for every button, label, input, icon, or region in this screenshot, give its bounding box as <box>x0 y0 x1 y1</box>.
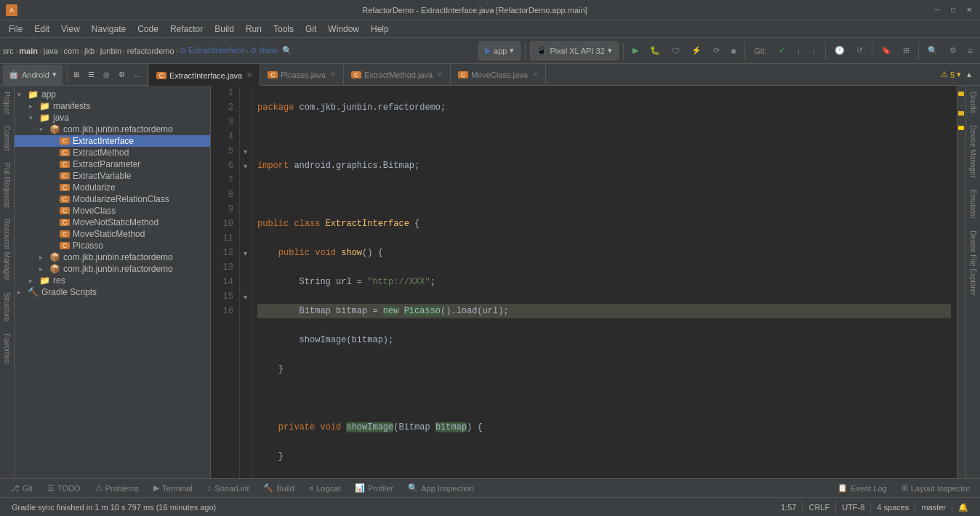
more-button[interactable]: ≡ <box>964 41 977 61</box>
tree-extract-parameter[interactable]: C ExtractParameter <box>15 158 210 170</box>
tree-gradle-scripts[interactable]: ▸ 🔨 Gradle Scripts <box>15 286 210 298</box>
search-everywhere-button[interactable]: 🔍 <box>923 41 942 61</box>
status-line-sep[interactable]: CRLF <box>803 498 835 517</box>
profile-button[interactable]: ⚡ <box>687 41 706 61</box>
panel-device-file-explorer[interactable]: Device File Explorer <box>968 225 979 301</box>
code-text-area[interactable]: package com.jkb.junbin.refactordemo; imp… <box>252 86 957 478</box>
minimize-button[interactable]: ─ <box>932 5 942 15</box>
tab-picasso[interactable]: C Picasso.java ✕ <box>260 64 344 86</box>
project-scroll-button[interactable]: ◎ <box>99 65 114 85</box>
history-button[interactable]: 🕐 <box>830 41 849 61</box>
device-dropdown[interactable]: 📱 Pixel XL API 32 ▾ <box>530 41 618 60</box>
warning-badge[interactable]: ⚠ 5 ▾ <box>941 70 961 79</box>
panel-emulator[interactable]: Emulator <box>968 184 979 225</box>
tree-move-not-static[interactable]: C MoveNotStaticMethod <box>15 217 210 228</box>
coverage-button[interactable]: 🛡 <box>667 41 684 61</box>
menu-view[interactable]: View <box>55 20 86 38</box>
panel-pull-requests[interactable]: Pull Requests <box>1 157 12 214</box>
status-indent[interactable]: 4 spaces <box>871 498 915 517</box>
gutter-5[interactable]: ▾ <box>240 144 251 158</box>
bottom-tab-profiler[interactable]: 📊 Profiler <box>348 479 401 498</box>
gutter-12[interactable]: ▾ <box>240 246 251 260</box>
menu-code[interactable]: Code <box>132 20 164 38</box>
menu-edit[interactable]: Edit <box>28 20 55 38</box>
status-git-branch[interactable]: master <box>915 498 952 517</box>
bottom-tab-build[interactable]: 🔨 Build <box>256 479 301 498</box>
breadcrumb-search-icon[interactable]: 🔍 <box>282 46 292 55</box>
project-sync-button[interactable]: ⊞ <box>69 65 84 85</box>
bottom-tab-git[interactable]: ⎇ Git <box>3 479 40 498</box>
panel-structure[interactable]: Structure <box>1 286 12 328</box>
menu-refactor[interactable]: Refactor <box>164 20 209 38</box>
tree-package-main[interactable]: ▾ 📦 com.jkb.junbin.refactordemo <box>15 124 210 135</box>
android-panel-header[interactable]: 🤖 Android ▾ <box>3 65 63 85</box>
menu-help[interactable]: Help <box>365 20 395 38</box>
menu-tools[interactable]: Tools <box>268 20 300 38</box>
status-notifications[interactable]: 🔔 <box>952 498 974 517</box>
status-position[interactable]: 1:57 <box>775 498 802 517</box>
tree-manifests[interactable]: ▸ 📁 manifests <box>15 100 210 112</box>
menu-window[interactable]: Window <box>322 20 365 38</box>
tab-close-extract-interface[interactable]: ✕ <box>246 71 252 79</box>
breadcrumb-com[interactable]: com <box>64 47 79 55</box>
tree-res[interactable]: ▸ 📁 res <box>15 275 210 286</box>
tree-java[interactable]: ▾ 📁 java <box>15 112 210 124</box>
terminal-button[interactable]: ⊞ <box>899 41 914 61</box>
breadcrumb-junbin[interactable]: junbin <box>100 47 121 55</box>
panel-resource-manager[interactable]: Resource Manager <box>1 213 12 286</box>
panel-favorites[interactable]: Favorites <box>1 328 12 369</box>
breadcrumb-file[interactable]: ⊙ ExtractInterface <box>180 46 244 55</box>
tab-extract-method[interactable]: C ExtractMethod.java ✕ <box>344 64 451 86</box>
run-button[interactable]: ▶ <box>628 41 643 61</box>
bottom-tab-app-inspection[interactable]: 🔍 App Inspection <box>401 479 481 498</box>
menu-file[interactable]: File <box>3 20 28 38</box>
tab-close-picasso[interactable]: ✕ <box>330 70 336 78</box>
project-settings-button[interactable]: ⚙ <box>114 65 129 85</box>
tree-package-3[interactable]: ▸ 📦 com.jkb.junbin.refactordemo <box>15 263 210 275</box>
breadcrumb-jkb[interactable]: jkb <box>84 47 95 55</box>
tab-close-extract-method[interactable]: ✕ <box>437 70 443 78</box>
debug-button[interactable]: 🐛 <box>646 41 664 61</box>
bottom-tab-sonarlint[interactable]: ○ SonarLint <box>200 479 257 498</box>
close-button[interactable]: ✕ <box>964 5 974 15</box>
panel-device-manager[interactable]: Device Manager <box>968 119 979 184</box>
tree-modularize-relation[interactable]: C ModularizeRelationClass <box>15 193 210 205</box>
tab-move-class[interactable]: C MoveClass.java ✕ <box>451 64 546 86</box>
git-push-button[interactable]: ↑ <box>808 41 821 61</box>
revert-button[interactable]: ↺ <box>852 41 867 61</box>
gutter-15[interactable]: ▾ <box>240 289 251 304</box>
breadcrumb-main[interactable]: main <box>19 47 38 55</box>
tree-extract-interface[interactable]: C ExtractInterface <box>15 135 210 147</box>
tree-extract-variable[interactable]: C ExtractVariable <box>15 170 210 182</box>
project-more-button[interactable]: … <box>129 65 145 85</box>
tree-package-2[interactable]: ▸ 📦 com.jkb.junbin.refactordemo <box>15 251 210 263</box>
bottom-tab-terminal[interactable]: ▶ Terminal <box>146 479 200 498</box>
tree-move-static[interactable]: C MoveStaticMethod <box>15 228 210 240</box>
bottom-tab-logcat[interactable]: ≡ Logcat <box>302 479 348 498</box>
app-dropdown[interactable]: ▶ app ▾ <box>478 41 521 60</box>
git-update-button[interactable]: ↓ <box>792 41 806 61</box>
gutter-6[interactable]: ▾ <box>240 158 251 173</box>
breadcrumb-java[interactable]: java <box>44 47 58 55</box>
git-check-button[interactable]: ✓ <box>774 41 790 61</box>
project-list-button[interactable]: ☰ <box>84 65 99 85</box>
tree-app[interactable]: ▾ 📁 app <box>15 89 210 100</box>
tree-modularize[interactable]: C Modularize <box>15 182 210 193</box>
tab-extract-interface[interactable]: C ExtractInterface.java ✕ <box>149 64 260 86</box>
tab-close-move-class[interactable]: ✕ <box>532 70 538 78</box>
breadcrumb-src[interactable]: src <box>3 47 14 55</box>
menu-git[interactable]: Git <box>300 20 322 38</box>
panel-commit[interactable]: Commit <box>1 120 12 156</box>
tree-picasso[interactable]: C Picasso <box>15 240 210 251</box>
settings-button[interactable]: ⚙ <box>945 41 961 61</box>
bottom-tab-todo[interactable]: ☰ TODO <box>40 479 88 498</box>
apply-changes-button[interactable]: ⟳ <box>709 41 724 61</box>
tree-move-class[interactable]: C MoveClass <box>15 205 210 217</box>
stop-button[interactable]: ■ <box>727 41 741 61</box>
menu-navigate[interactable]: Navigate <box>86 20 132 38</box>
panel-project[interactable]: Project <box>1 86 12 120</box>
code-editor[interactable]: 1 2 3 4 5 6 7 8 9 10 11 12 13 14 15 16 <box>211 86 965 478</box>
bottom-tab-event-log[interactable]: 📋 Event Log <box>830 479 894 498</box>
maximize-button[interactable]: □ <box>948 5 958 15</box>
bottom-tab-problems[interactable]: ⚠ Problems <box>88 479 146 498</box>
